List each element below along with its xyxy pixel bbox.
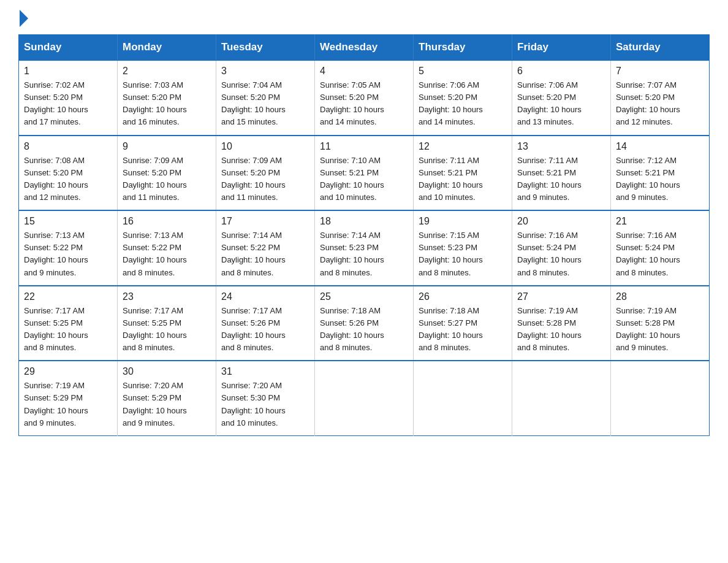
day-number: 14 — [616, 141, 704, 152]
empty-cell — [611, 361, 710, 435]
day-cell-29: 29Sunrise: 7:19 AM Sunset: 5:29 PM Dayli… — [19, 361, 118, 435]
day-cell-28: 28Sunrise: 7:19 AM Sunset: 5:28 PM Dayli… — [611, 286, 710, 361]
day-number: 22 — [24, 291, 112, 302]
day-number: 16 — [123, 216, 211, 227]
day-number: 3 — [221, 66, 309, 77]
weekday-header-monday: Monday — [118, 35, 216, 61]
day-cell-13: 13Sunrise: 7:11 AM Sunset: 5:21 PM Dayli… — [512, 136, 611, 211]
day-cell-11: 11Sunrise: 7:10 AM Sunset: 5:21 PM Dayli… — [315, 136, 414, 211]
day-info: Sunrise: 7:04 AM Sunset: 5:20 PM Dayligh… — [221, 79, 309, 129]
day-cell-9: 9Sunrise: 7:09 AM Sunset: 5:20 PM Daylig… — [118, 136, 216, 211]
day-info: Sunrise: 7:17 AM Sunset: 5:25 PM Dayligh… — [123, 305, 211, 354]
day-info: Sunrise: 7:13 AM Sunset: 5:22 PM Dayligh… — [24, 229, 112, 279]
day-info: Sunrise: 7:03 AM Sunset: 5:20 PM Dayligh… — [123, 79, 211, 129]
week-row-4: 22Sunrise: 7:17 AM Sunset: 5:25 PM Dayli… — [19, 286, 710, 361]
page-header — [18, 12, 710, 23]
day-number: 15 — [24, 216, 112, 227]
empty-cell — [512, 361, 611, 435]
day-info: Sunrise: 7:09 AM Sunset: 5:20 PM Dayligh… — [221, 155, 309, 204]
day-info: Sunrise: 7:07 AM Sunset: 5:20 PM Dayligh… — [616, 79, 704, 129]
day-cell-31: 31Sunrise: 7:20 AM Sunset: 5:30 PM Dayli… — [216, 361, 315, 435]
day-number: 2 — [123, 66, 211, 77]
day-cell-12: 12Sunrise: 7:11 AM Sunset: 5:21 PM Dayli… — [414, 136, 512, 211]
day-cell-14: 14Sunrise: 7:12 AM Sunset: 5:21 PM Dayli… — [611, 136, 710, 211]
day-number: 11 — [320, 141, 408, 152]
day-info: Sunrise: 7:19 AM Sunset: 5:28 PM Dayligh… — [616, 305, 704, 354]
day-number: 6 — [517, 66, 605, 77]
weekday-header-saturday: Saturday — [611, 35, 710, 61]
day-number: 27 — [517, 291, 605, 302]
day-number: 7 — [616, 66, 704, 77]
day-number: 10 — [221, 141, 309, 152]
day-cell-17: 17Sunrise: 7:14 AM Sunset: 5:22 PM Dayli… — [216, 210, 315, 286]
weekday-header-friday: Friday — [512, 35, 611, 61]
day-cell-5: 5Sunrise: 7:06 AM Sunset: 5:20 PM Daylig… — [414, 60, 512, 136]
day-cell-25: 25Sunrise: 7:18 AM Sunset: 5:26 PM Dayli… — [315, 286, 414, 361]
week-row-1: 1Sunrise: 7:02 AM Sunset: 5:20 PM Daylig… — [19, 60, 710, 136]
day-info: Sunrise: 7:11 AM Sunset: 5:21 PM Dayligh… — [419, 155, 507, 204]
day-cell-21: 21Sunrise: 7:16 AM Sunset: 5:24 PM Dayli… — [611, 210, 710, 286]
day-cell-18: 18Sunrise: 7:14 AM Sunset: 5:23 PM Dayli… — [315, 210, 414, 286]
weekday-header-tuesday: Tuesday — [216, 35, 315, 61]
day-cell-3: 3Sunrise: 7:04 AM Sunset: 5:20 PM Daylig… — [216, 60, 315, 136]
day-number: 28 — [616, 291, 704, 302]
weekday-header-sunday: Sunday — [19, 35, 118, 61]
week-row-2: 8Sunrise: 7:08 AM Sunset: 5:20 PM Daylig… — [19, 136, 710, 211]
day-cell-27: 27Sunrise: 7:19 AM Sunset: 5:28 PM Dayli… — [512, 286, 611, 361]
day-info: Sunrise: 7:12 AM Sunset: 5:21 PM Dayligh… — [616, 155, 704, 204]
day-info: Sunrise: 7:16 AM Sunset: 5:24 PM Dayligh… — [616, 229, 704, 279]
day-info: Sunrise: 7:05 AM Sunset: 5:20 PM Dayligh… — [320, 79, 408, 129]
day-number: 1 — [24, 66, 112, 77]
day-number: 26 — [419, 291, 507, 302]
day-info: Sunrise: 7:06 AM Sunset: 5:20 PM Dayligh… — [517, 79, 605, 129]
day-cell-23: 23Sunrise: 7:17 AM Sunset: 5:25 PM Dayli… — [118, 286, 216, 361]
day-cell-19: 19Sunrise: 7:15 AM Sunset: 5:23 PM Dayli… — [414, 210, 512, 286]
day-number: 21 — [616, 216, 704, 227]
day-cell-2: 2Sunrise: 7:03 AM Sunset: 5:20 PM Daylig… — [118, 60, 216, 136]
logo-arrow-icon — [20, 10, 28, 27]
day-cell-8: 8Sunrise: 7:08 AM Sunset: 5:20 PM Daylig… — [19, 136, 118, 211]
day-cell-15: 15Sunrise: 7:13 AM Sunset: 5:22 PM Dayli… — [19, 210, 118, 286]
calendar-table: SundayMondayTuesdayWednesdayThursdayFrid… — [18, 34, 710, 436]
empty-cell — [414, 361, 512, 435]
day-info: Sunrise: 7:13 AM Sunset: 5:22 PM Dayligh… — [123, 229, 211, 279]
day-cell-30: 30Sunrise: 7:20 AM Sunset: 5:29 PM Dayli… — [118, 361, 216, 435]
day-number: 13 — [517, 141, 605, 152]
day-info: Sunrise: 7:11 AM Sunset: 5:21 PM Dayligh… — [517, 155, 605, 204]
day-number: 4 — [320, 66, 408, 77]
day-number: 23 — [123, 291, 211, 302]
day-cell-16: 16Sunrise: 7:13 AM Sunset: 5:22 PM Dayli… — [118, 210, 216, 286]
day-cell-6: 6Sunrise: 7:06 AM Sunset: 5:20 PM Daylig… — [512, 60, 611, 136]
day-number: 20 — [517, 216, 605, 227]
day-number: 12 — [419, 141, 507, 152]
logo — [18, 12, 28, 23]
day-info: Sunrise: 7:14 AM Sunset: 5:23 PM Dayligh… — [320, 229, 408, 279]
day-number: 8 — [24, 141, 112, 152]
day-info: Sunrise: 7:15 AM Sunset: 5:23 PM Dayligh… — [419, 229, 507, 279]
day-cell-7: 7Sunrise: 7:07 AM Sunset: 5:20 PM Daylig… — [611, 60, 710, 136]
day-cell-20: 20Sunrise: 7:16 AM Sunset: 5:24 PM Dayli… — [512, 210, 611, 286]
day-info: Sunrise: 7:17 AM Sunset: 5:26 PM Dayligh… — [221, 305, 309, 354]
day-info: Sunrise: 7:18 AM Sunset: 5:27 PM Dayligh… — [419, 305, 507, 354]
day-info: Sunrise: 7:06 AM Sunset: 5:20 PM Dayligh… — [419, 79, 507, 129]
day-cell-24: 24Sunrise: 7:17 AM Sunset: 5:26 PM Dayli… — [216, 286, 315, 361]
day-number: 17 — [221, 216, 309, 227]
week-row-5: 29Sunrise: 7:19 AM Sunset: 5:29 PM Dayli… — [19, 361, 710, 435]
day-number: 30 — [123, 366, 211, 377]
day-info: Sunrise: 7:19 AM Sunset: 5:29 PM Dayligh… — [24, 380, 112, 429]
day-cell-26: 26Sunrise: 7:18 AM Sunset: 5:27 PM Dayli… — [414, 286, 512, 361]
day-cell-22: 22Sunrise: 7:17 AM Sunset: 5:25 PM Dayli… — [19, 286, 118, 361]
weekday-header-wednesday: Wednesday — [315, 35, 414, 61]
empty-cell — [315, 361, 414, 435]
day-number: 9 — [123, 141, 211, 152]
day-info: Sunrise: 7:02 AM Sunset: 5:20 PM Dayligh… — [24, 79, 112, 129]
day-info: Sunrise: 7:20 AM Sunset: 5:30 PM Dayligh… — [221, 380, 309, 429]
weekday-header-row: SundayMondayTuesdayWednesdayThursdayFrid… — [19, 35, 710, 61]
day-info: Sunrise: 7:17 AM Sunset: 5:25 PM Dayligh… — [24, 305, 112, 354]
day-cell-10: 10Sunrise: 7:09 AM Sunset: 5:20 PM Dayli… — [216, 136, 315, 211]
day-cell-4: 4Sunrise: 7:05 AM Sunset: 5:20 PM Daylig… — [315, 60, 414, 136]
day-number: 24 — [221, 291, 309, 302]
day-cell-1: 1Sunrise: 7:02 AM Sunset: 5:20 PM Daylig… — [19, 60, 118, 136]
day-number: 29 — [24, 366, 112, 377]
day-info: Sunrise: 7:08 AM Sunset: 5:20 PM Dayligh… — [24, 155, 112, 204]
